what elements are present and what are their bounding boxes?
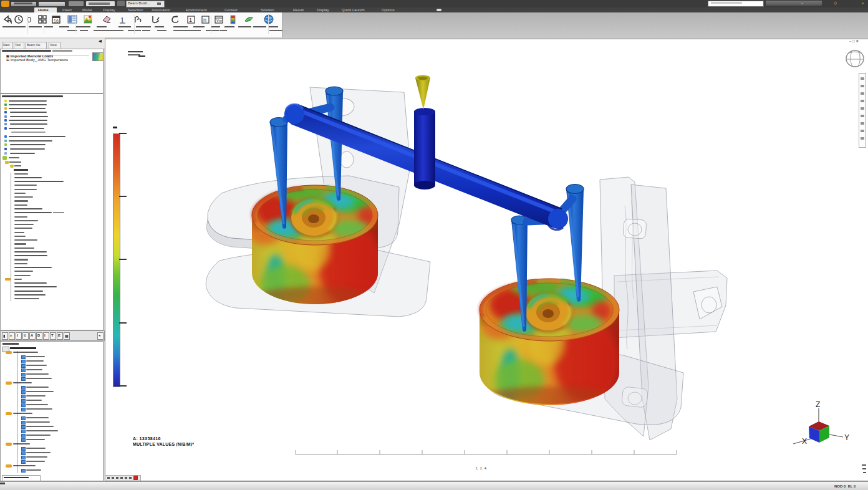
svg-text:Y: Y — [844, 433, 849, 442]
svg-text:X: X — [802, 437, 807, 446]
svg-text:Z: Z — [816, 400, 820, 409]
